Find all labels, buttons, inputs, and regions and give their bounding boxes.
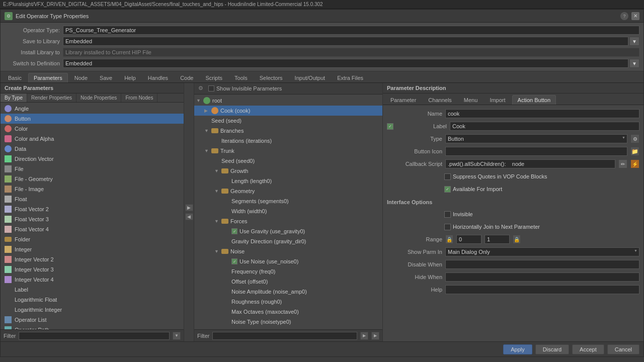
tab-extrafiles[interactable]: Extra Files — [332, 73, 369, 82]
param-item-file[interactable]: File — [1, 164, 184, 174]
dialog-help-button[interactable]: ? — [620, 12, 628, 20]
param-item-floatvec4[interactable]: Float Vector 4 — [1, 224, 184, 234]
tree-item-roughness[interactable]: Roughness (rough0) — [194, 297, 382, 307]
usegravity-checkbox[interactable]: ✓ — [231, 228, 237, 234]
desc-disablewhen-input[interactable] — [445, 260, 639, 269]
param-item-intvec2[interactable]: Integer Vector 2 — [1, 254, 184, 264]
param-item-coloralpha[interactable]: Color and Alpha — [1, 134, 184, 144]
subtab-fromnodes[interactable]: From Nodes — [121, 94, 157, 102]
arrow-right-btn[interactable]: ▶ — [185, 204, 193, 211]
param-item-label[interactable]: Label — [1, 285, 184, 295]
param-item-logfloat[interactable]: Logarithmic Float — [1, 295, 184, 305]
operator-type-input[interactable] — [63, 26, 639, 35]
desc-type-select[interactable]: Button — [445, 134, 627, 143]
tree-toggle-trunk[interactable]: ▼ — [204, 148, 209, 153]
usenoise-checkbox[interactable]: ✓ — [231, 258, 237, 264]
tree-item-branches[interactable]: ▼ Branches — [194, 126, 382, 136]
tree-item-root[interactable]: ▼ root — [194, 96, 382, 106]
tab-save[interactable]: Save — [94, 73, 118, 82]
middle-filter-input[interactable] — [212, 332, 357, 340]
tree-toggle-forces[interactable]: ▼ — [214, 219, 219, 224]
param-item-floatvec2[interactable]: Float Vector 2 — [1, 204, 184, 214]
tree-item-width[interactable]: Width (width0) — [194, 206, 382, 216]
param-item-intvec4[interactable]: Integer Vector 4 — [1, 275, 184, 285]
tab-node[interactable]: Node — [69, 73, 93, 82]
param-item-intvec3[interactable]: Integer Vector 3 — [1, 264, 184, 275]
available-import-checkbox[interactable]: ✓ — [444, 186, 451, 193]
accept-button[interactable]: Accept — [572, 344, 604, 354]
param-item-float[interactable]: Float — [1, 194, 184, 204]
tree-item-noise[interactable]: ▼ Noise — [194, 246, 382, 256]
right-tab-channels[interactable]: Channels — [423, 95, 457, 105]
tab-parameters[interactable]: Parameters — [28, 73, 68, 82]
tree-item-length[interactable]: Length (length0) — [194, 176, 382, 186]
param-item-button[interactable]: Button — [1, 114, 184, 124]
right-tab-menu[interactable]: Menu — [458, 95, 484, 105]
param-item-integer[interactable]: Integer — [1, 244, 184, 254]
tree-item-freq[interactable]: Frequency (freq0) — [194, 266, 382, 277]
invisible-checkbox[interactable] — [444, 211, 451, 218]
tree-item-noisetype[interactable]: Noise Type (noisetype0) — [194, 317, 382, 327]
left-filter-input[interactable] — [19, 332, 170, 340]
callback-extra-btn[interactable]: ⚡ — [630, 159, 639, 168]
param-item-filegeom[interactable]: File - Geometry — [1, 174, 184, 184]
tree-item-noiseamp[interactable]: Noise Amplitude (noise_amp0) — [194, 287, 382, 297]
tree-toggle-root[interactable]: ▼ — [196, 98, 201, 103]
subtab-nodeprop[interactable]: Node Properties — [76, 94, 121, 102]
show-invisible-checkbox[interactable] — [208, 85, 214, 92]
middle-filter-dropdown[interactable]: ▶ — [360, 332, 368, 340]
tab-tools[interactable]: Tools — [229, 73, 253, 82]
param-item-oplist[interactable]: Operator List — [1, 315, 184, 325]
tree-item-offset[interactable]: Offset (offset0) — [194, 277, 382, 287]
suppress-quotes-checkbox[interactable] — [444, 173, 451, 180]
param-item-folder[interactable]: Folder — [1, 234, 184, 244]
range-lock-max[interactable]: 🔒 — [513, 235, 521, 244]
range-min-input[interactable] — [456, 235, 481, 244]
tab-help[interactable]: Help — [119, 73, 141, 82]
subtab-bytype[interactable]: By Type — [1, 94, 27, 102]
param-item-angle[interactable]: Angle — [1, 104, 184, 114]
tab-selectors[interactable]: Selectors — [254, 73, 288, 82]
tree-item-usegravity[interactable]: ✓ Use Gravity (use_gravity0) — [194, 226, 382, 236]
param-item-data[interactable]: Data — [1, 144, 184, 154]
tree-item-usenoise[interactable]: ✓ Use Noise (use_noise0) — [194, 256, 382, 266]
param-item-oppath[interactable]: Operator Path — [1, 325, 184, 329]
tree-toggle-noise[interactable]: ▼ — [214, 249, 219, 254]
save-library-input[interactable] — [63, 37, 628, 46]
tree-item-segments[interactable]: Segments (segments0) — [194, 196, 382, 206]
tree-item-trunk[interactable]: ▼ Trunk — [194, 146, 382, 156]
param-item-dirvec[interactable]: Direction Vector — [1, 154, 184, 164]
tree-toggle-cook[interactable]: ▶ — [204, 108, 209, 113]
right-tab-parameter[interactable]: Parameter — [385, 95, 422, 105]
tab-handles[interactable]: Handles — [142, 73, 174, 82]
desc-help-input[interactable] — [445, 285, 639, 294]
desc-callback-input[interactable] — [445, 159, 615, 168]
desc-hidewhen-input[interactable] — [445, 273, 639, 282]
tree-item-geometry[interactable]: ▼ Geometry — [194, 186, 382, 196]
tree-item-cook[interactable]: ▶ Cook (cook) — [194, 106, 382, 116]
param-item-logint[interactable]: Logarithmic Integer — [1, 305, 184, 315]
param-item-color[interactable]: Color — [1, 124, 184, 134]
tree-toggle-geometry[interactable]: ▼ — [214, 189, 219, 194]
desc-name-input[interactable] — [445, 109, 639, 118]
tree-item-forces[interactable]: ▼ Forces — [194, 216, 382, 226]
right-tab-import[interactable]: Import — [484, 95, 511, 105]
switch-def-btn[interactable]: ▼ — [629, 59, 639, 68]
tree-item-maxoct[interactable]: Max Octaves (maxoctave0) — [194, 307, 382, 317]
param-item-floatvec3[interactable]: Float Vector 3 — [1, 214, 184, 224]
apply-button[interactable]: Apply — [503, 344, 532, 354]
horizjoin-checkbox[interactable] — [444, 224, 451, 230]
buttonicon-browse-btn[interactable]: 📁 — [630, 147, 639, 156]
range-lock-min[interactable]: 🔒 — [445, 235, 453, 244]
tab-scripts[interactable]: Scripts — [200, 73, 228, 82]
tree-container[interactable]: ▼ root ▶ Cook (cook) Seed (seed) — [194, 95, 382, 329]
tab-inputoutput[interactable]: Input/Output — [289, 73, 331, 82]
subtab-renderprop[interactable]: Render Properties — [27, 94, 76, 102]
left-filter-dropdown[interactable]: ▼ — [173, 332, 181, 340]
type-settings-btn[interactable]: ⚙ — [630, 134, 639, 143]
middle-scroll-right[interactable]: ▶ — [371, 332, 379, 340]
tree-item-iterations[interactable]: Iterations (iterations) — [194, 136, 382, 146]
gear-icon[interactable]: ⚙ — [198, 85, 205, 92]
tree-item-seed0[interactable]: Seed (seed0) — [194, 156, 382, 166]
discard-button[interactable]: Discard — [535, 344, 569, 354]
